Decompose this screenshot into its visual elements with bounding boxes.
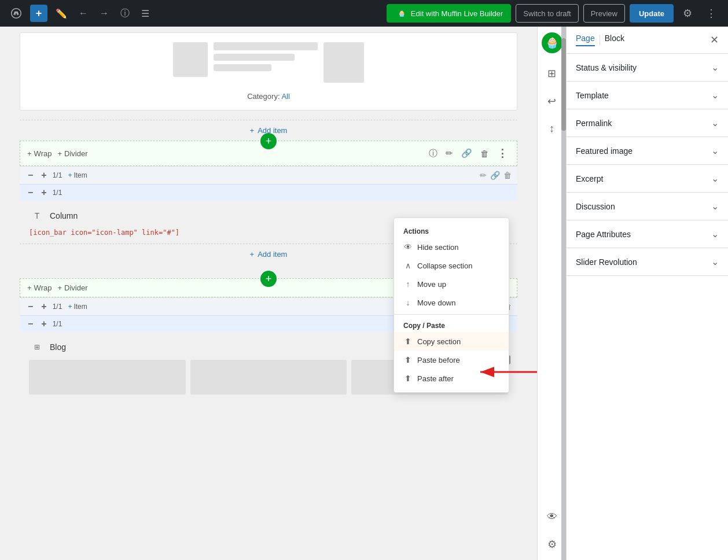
move-down-icon: ↓	[403, 298, 413, 307]
plus-icon-wrap: +	[27, 149, 32, 158]
edit-builder-button[interactable]: 🧁 Edit with Muffin Live Builder	[387, 4, 511, 23]
sort-muffin-button[interactable]: ↕	[546, 119, 558, 138]
page-tab[interactable]: Page	[576, 34, 595, 46]
actions-label: Actions	[394, 223, 509, 238]
collapse-section-item[interactable]: ∧ Collapse section	[394, 256, 509, 275]
block-tab[interactable]: Block	[605, 34, 624, 46]
page-attributes-section[interactable]: Page Attributes ⌄	[567, 220, 728, 248]
chevron-down-icon-6: ⌄	[711, 229, 719, 240]
editor-area: Category: All + Add item + + Wrap	[0, 27, 537, 560]
copy-paste-label: Copy / Paste	[394, 317, 509, 332]
col-plus-2[interactable]: +	[39, 319, 49, 329]
row-delete-icon[interactable]: 🗑	[503, 171, 512, 180]
plus-sm-icon-1: +	[68, 171, 72, 179]
row-edit-icon[interactable]: ✏	[480, 171, 487, 180]
redo-button[interactable]: →	[96, 6, 112, 21]
update-button[interactable]: Update	[630, 4, 674, 23]
context-menu: Actions 👁 Hide section ∧ Collapse sectio…	[394, 218, 509, 393]
eye-muffin-button[interactable]: 👁	[543, 507, 561, 526]
paste-before-icon: ⬆	[403, 355, 413, 364]
preview-button[interactable]: Preview	[583, 4, 625, 23]
template-section[interactable]: Template ⌄	[567, 82, 728, 109]
chevron-down-icon-5: ⌄	[711, 201, 719, 212]
more-section-icon[interactable]: ⋮	[495, 146, 510, 161]
add-section-button-1[interactable]: +	[260, 133, 277, 149]
col-bar-1: − + 1/1	[20, 184, 517, 201]
row-plus-1[interactable]: +	[39, 170, 49, 180]
copy-link-icon[interactable]: 🔗	[459, 147, 475, 160]
paste-after-icon: ⬆	[403, 374, 413, 383]
more-options-button[interactable]: ⋮	[701, 5, 721, 22]
column-block-icon: T	[29, 208, 45, 224]
paste-after-item[interactable]: ⬆ Paste after	[394, 369, 509, 388]
chevron-down-icon-0: ⌄	[711, 62, 719, 73]
section-actions-1: ⓘ ✏ 🔗 🗑 ⋮	[426, 146, 510, 161]
info-button[interactable]: ⓘ	[117, 5, 133, 22]
paste-before-item[interactable]: ⬆ Paste before	[394, 351, 509, 369]
add-button[interactable]: +	[30, 5, 47, 22]
switch-draft-button[interactable]: Switch to draft	[516, 4, 578, 23]
tab-divider	[600, 35, 600, 45]
col-plus-1[interactable]: +	[39, 187, 49, 198]
blog-thumb-1	[29, 360, 186, 395]
move-up-icon: ↑	[403, 279, 413, 289]
slider-revolution-section[interactable]: Slider Revolution ⌄	[567, 248, 728, 276]
main-area: Category: All + Add item + + Wrap	[0, 27, 728, 560]
discussion-section[interactable]: Discussion ⌄	[567, 193, 728, 220]
sidebar-header: Page Block ✕	[567, 27, 728, 54]
section-wrap-bar-1: + + Wrap + Divider ⓘ ✏	[20, 141, 517, 166]
edit-section-icon[interactable]: ✏	[443, 147, 455, 160]
status-visibility-section[interactable]: Status & visibility ⌄	[567, 54, 728, 82]
add-item-btn-2[interactable]: + Item	[68, 303, 87, 311]
blog-block-icon: ⊞	[29, 339, 45, 355]
ctx-divider	[394, 314, 509, 315]
row-minus-1[interactable]: −	[25, 170, 35, 180]
collapse-icon: ∧	[403, 261, 413, 270]
chevron-down-icon-4: ⌄	[711, 173, 719, 184]
row-link-icon[interactable]: 🔗	[490, 171, 500, 180]
row-minus-2[interactable]: −	[25, 301, 35, 312]
muffin-logo: 🧁	[542, 32, 562, 53]
delete-section-icon[interactable]: 🗑	[478, 148, 491, 160]
hide-icon: 👁	[403, 242, 413, 252]
settings-button[interactable]: ⚙	[678, 5, 697, 22]
undo-button[interactable]: ←	[75, 6, 91, 21]
add-icon-1: +	[250, 126, 255, 135]
row-plus-2[interactable]: +	[39, 301, 49, 312]
undo-muffin-button[interactable]: ↩	[544, 91, 560, 111]
category-all-link[interactable]: All	[281, 92, 289, 101]
wp-logo-button[interactable]	[7, 4, 25, 23]
chevron-down-icon-2: ⌄	[711, 117, 719, 128]
copy-section-item[interactable]: ⬆ Copy section	[394, 332, 509, 351]
divider-button-1[interactable]: + Divider	[57, 149, 87, 158]
hide-section-item[interactable]: 👁 Hide section	[394, 238, 509, 256]
edit-icon-button[interactable]: ✏️	[52, 6, 71, 21]
excerpt-section[interactable]: Excerpt ⌄	[567, 165, 728, 193]
topbar: + ✏️ ← → ⓘ ☰ 🧁 Edit with Muffin Live Bui…	[0, 0, 728, 27]
wrap-button-1[interactable]: + Wrap	[27, 149, 52, 158]
layout-icon-button[interactable]: ⊞	[544, 64, 560, 83]
col-minus-2[interactable]: −	[25, 319, 35, 329]
row-right-icons-1: ✏ 🔗 🗑	[480, 171, 512, 180]
plus-icon-divider: +	[57, 149, 62, 158]
featured-image-section[interactable]: Featured image ⌄	[567, 137, 728, 165]
info-section-icon[interactable]: ⓘ	[426, 147, 440, 160]
add-item-btn-1[interactable]: + Item	[68, 171, 87, 179]
svg-text:🧁: 🧁	[398, 10, 405, 17]
category-text: Category: All	[247, 92, 290, 101]
move-down-item[interactable]: ↓ Move down	[394, 293, 509, 312]
add-icon-inner-1: +	[250, 250, 255, 259]
permalink-section[interactable]: Permalink ⌄	[567, 109, 728, 137]
chevron-down-icon-3: ⌄	[711, 145, 719, 156]
col-minus-1[interactable]: −	[25, 187, 35, 198]
gear-muffin-button[interactable]: ⚙	[544, 535, 560, 554]
wrap-button-2[interactable]: + Wrap	[27, 283, 52, 292]
list-button[interactable]: ☰	[138, 6, 153, 21]
sidebar-close-button[interactable]: ✕	[710, 34, 719, 46]
sidebar: Page Block ✕ Status & visibility ⌄ Templ…	[566, 27, 728, 560]
copy-section-icon: ⬆	[403, 337, 413, 346]
divider-button-2[interactable]: + Divider	[57, 283, 87, 292]
add-section-button-2[interactable]: +	[260, 271, 277, 287]
row-bar-1: − + 1/1 + Item ✏ 🔗 🗑	[20, 166, 517, 184]
move-up-item[interactable]: ↑ Move up	[394, 275, 509, 293]
